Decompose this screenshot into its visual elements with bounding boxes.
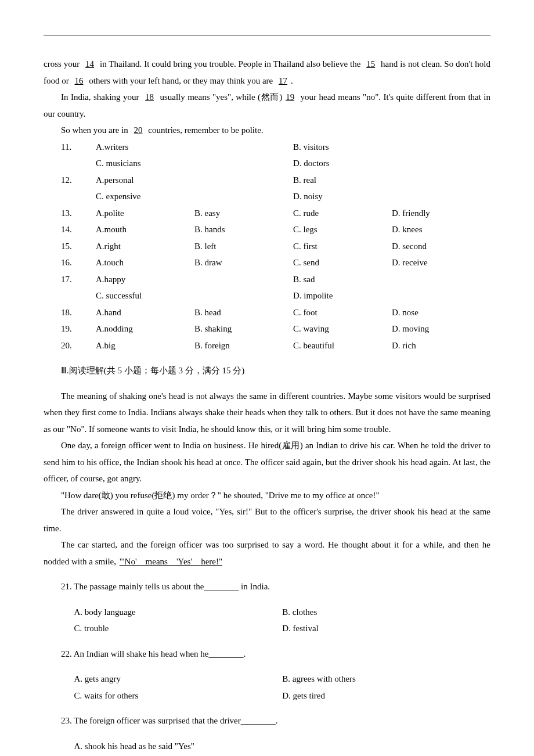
underlined-text: "'No'__means__'Yes'__here!" — [118, 557, 223, 566]
option-row: A. shook his head as he said "Yes" — [44, 738, 490, 755]
option: C. waving — [293, 321, 392, 337]
blank-20: 20 — [131, 125, 146, 135]
question-number: 20. — [61, 337, 96, 354]
question-row: 17.A.happyB. sad — [44, 271, 490, 288]
option-row: A. gets angryB. agrees with others — [44, 671, 490, 687]
question-number: 15. — [61, 238, 96, 255]
question-number: 17. — [61, 271, 96, 288]
option: C. trouble — [74, 620, 283, 637]
text: in Thailand. It could bring you trouble.… — [98, 59, 363, 69]
option: D. second — [392, 238, 490, 255]
blank-16: 16 — [71, 76, 87, 85]
option-row: A. body languageB. clothes — [44, 604, 490, 621]
option-row: C. successfulD. impolite — [44, 287, 490, 304]
cloze-options-block: 11.A.writersB. visitorsC. musiciansD. do… — [44, 139, 490, 354]
reading-questions-block: 21. The passage mainly tells us about th… — [44, 578, 490, 754]
option: B. real — [293, 172, 490, 189]
text: . — [291, 76, 293, 85]
option-row: A.personalB. real — [96, 172, 490, 189]
option: A.writers — [96, 139, 293, 156]
option: B. foreign — [194, 337, 293, 354]
question-number: 19. — [61, 321, 96, 337]
reading-question: 21. The passage mainly tells us about th… — [44, 578, 490, 637]
option: D. doctors — [293, 155, 490, 172]
option: B. clothes — [282, 604, 490, 621]
option: B. agrees with others — [282, 671, 490, 687]
cloze-paragraph-3: So when you are in 20 countries, remembe… — [44, 122, 490, 139]
option: C. rude — [293, 205, 392, 222]
blank-19: 19 — [282, 92, 298, 102]
option: A.happy — [96, 271, 293, 288]
option: D. rich — [392, 337, 490, 354]
option-row: A.bigB. foreignC. beautifulD. rich — [96, 337, 490, 354]
question-number: 12. — [61, 172, 96, 189]
option-row: A.writersB. visitors — [96, 139, 490, 156]
option: D. moving — [392, 321, 490, 337]
passage-paragraph: One day, a foreign officer went to India… — [44, 437, 490, 487]
text: usually means "yes", while (然而) — [157, 92, 282, 102]
section-3-heading: Ⅲ.阅读理解(共 5 小题；每小题 3 分，满分 15 分) — [44, 362, 490, 379]
question-number: 14. — [61, 221, 96, 238]
passage-paragraph: "How dare(敢) you refuse(拒绝) my order？" h… — [44, 487, 490, 504]
passage-paragraph: The car started, and the foreign officer… — [44, 537, 490, 570]
option-row: C. expensiveD. noisy — [44, 188, 490, 205]
text: In India, shaking your — [61, 92, 142, 102]
option: A. gets angry — [74, 671, 283, 687]
text: So when you are in — [61, 125, 131, 135]
option: B. head — [194, 304, 293, 321]
option: B. hands — [194, 221, 293, 238]
option: A.nodding — [96, 321, 194, 337]
option: A. shook his head as he said "Yes" — [74, 738, 491, 755]
question-row: 11.A.writersB. visitors — [44, 139, 490, 156]
text: countries, remember to be polite. — [146, 125, 264, 135]
option-row: A.happyB. sad — [96, 271, 490, 288]
option: C. legs — [293, 221, 392, 238]
option-row: A.handB. headC. footD. nose — [96, 304, 490, 321]
reading-passage: The meaning of shaking one's head is not… — [44, 388, 490, 570]
question-number: 11. — [61, 139, 96, 156]
option: B. visitors — [293, 139, 490, 156]
option: A.hand — [96, 304, 194, 321]
passage-paragraph: The meaning of shaking one's head is not… — [44, 388, 490, 438]
option-row: A.politeB. easyC. rudeD. friendly — [96, 205, 490, 222]
passage-paragraph: The driver answered in quite a loud voic… — [44, 503, 490, 537]
option: A. body language — [74, 604, 283, 621]
option: D. receive — [392, 254, 490, 271]
reading-question: 23. The foreign officer was surprised th… — [44, 712, 490, 754]
option: D. gets tired — [282, 687, 490, 704]
question-row: 16.A.touchB. drawC. sendD. receive — [44, 254, 490, 271]
blank-18: 18 — [142, 92, 157, 102]
option: B. easy — [194, 205, 293, 222]
question-stem: 22. An Indian will shake his head when h… — [44, 646, 490, 663]
option: B. sad — [293, 271, 490, 288]
text: cross your — [44, 59, 82, 69]
option: C. successful — [96, 287, 293, 304]
question-row: 13.A.politeB. easyC. rudeD. friendly — [44, 205, 490, 222]
option: C. send — [293, 254, 392, 271]
option-row: A.rightB. leftC. firstD. second — [96, 238, 490, 255]
option: D. impolite — [293, 287, 490, 304]
option: B. draw — [194, 254, 293, 271]
text: others with your left hand, or they may … — [87, 76, 276, 85]
option: C. foot — [293, 304, 392, 321]
option: A.polite — [96, 205, 194, 222]
option: A.mouth — [96, 221, 194, 238]
question-number: 18. — [61, 304, 96, 321]
question-row: 19.A.noddingB. shakingC. wavingD. moving — [44, 321, 490, 337]
option: C. musicians — [96, 155, 293, 172]
page: cross your 14 in Thailand. It could brin… — [0, 0, 534, 756]
question-row: 12.A.personalB. real — [44, 172, 490, 189]
option: B. shaking — [194, 321, 293, 337]
option: A.personal — [96, 172, 293, 189]
question-row: 20.A.bigB. foreignC. beautifulD. rich — [44, 337, 490, 354]
cloze-paragraph-2: In India, shaking your 18 usually means … — [44, 89, 490, 122]
question-row: 18.A.handB. headC. footD. nose — [44, 304, 490, 321]
question-stem: 21. The passage mainly tells us about th… — [44, 578, 490, 595]
question-row: 15.A.rightB. leftC. firstD. second — [44, 238, 490, 255]
option-row: A.touchB. drawC. sendD. receive — [96, 254, 490, 271]
option: D. festival — [282, 620, 490, 637]
question-number: 13. — [61, 205, 96, 222]
option-row: C. troubleD. festival — [44, 620, 490, 637]
option-row: A.noddingB. shakingC. wavingD. moving — [96, 321, 490, 337]
option-row: A.mouthB. handsC. legsD. knees — [96, 221, 490, 238]
